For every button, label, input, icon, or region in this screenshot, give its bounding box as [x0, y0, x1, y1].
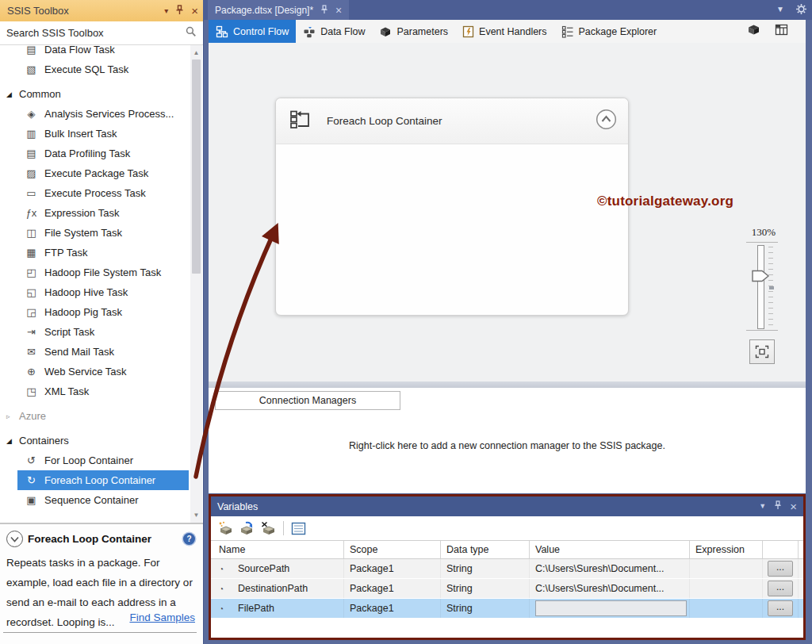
variable-scope[interactable]: Package1	[344, 599, 441, 618]
toolbox-item-execute-sql-task[interactable]: ▧Execute SQL Task	[0, 59, 203, 79]
connection-managers-pane[interactable]: Connection Managers Right-click here to …	[209, 388, 806, 493]
variable-data-type[interactable]: String	[441, 559, 530, 578]
value-edit-box[interactable]	[535, 600, 687, 616]
collapse-chevron-icon[interactable]	[6, 531, 23, 547]
zoom-slider-thumb[interactable]	[751, 269, 770, 286]
variable-row-destinationpath[interactable]: ◔DestinationPathPackage1StringC:\Users\S…	[211, 579, 803, 599]
column-header-value[interactable]: Value	[530, 541, 690, 558]
tab-parameters[interactable]: Parameters	[372, 20, 455, 43]
toolbox-item-xml-task[interactable]: ◳XML Task	[0, 381, 203, 401]
zoom-to-fit-button[interactable]	[749, 339, 775, 364]
variable-value[interactable]	[530, 599, 690, 618]
variable-data-type[interactable]: String	[441, 599, 530, 618]
toolbox-item-for-loop-container[interactable]: ↺For Loop Container	[0, 450, 203, 470]
scrollbar-thumb[interactable]	[192, 59, 201, 274]
toolbox-item-foreach-loop-container[interactable]: ↻Foreach Loop Container	[17, 470, 189, 490]
add-variable-icon[interactable]	[217, 521, 233, 535]
toolbox-item-web-service-task[interactable]: ⊕Web Service Task	[0, 362, 203, 381]
pin-icon[interactable]	[774, 500, 782, 512]
tab-label: Control Flow	[233, 26, 289, 37]
ellipsis-button[interactable]: ...	[768, 600, 793, 616]
column-header-expression[interactable]: Expression	[690, 541, 763, 558]
grid-options-icon[interactable]	[291, 522, 306, 535]
toolbox-item-hadoop-hive-task[interactable]: ◱Hadoop Hive Task	[0, 282, 203, 302]
container-header[interactable]: Foreach Loop Container	[276, 98, 628, 144]
window-menu-icon[interactable]: ▾	[164, 7, 168, 15]
variable-data-type[interactable]: String	[441, 579, 530, 598]
help-icon[interactable]: ?	[183, 533, 195, 545]
foreach-loop-icon	[289, 109, 312, 133]
toolbox-item-label: Hadoop Pig Task	[44, 306, 122, 318]
xml-task-icon: ◳	[24, 385, 39, 397]
zoom-slider-track[interactable]	[757, 245, 764, 329]
close-icon[interactable]: ×	[335, 5, 342, 16]
document-tab[interactable]: Package.dtsx [Design]* ×	[208, 0, 349, 20]
toolbox-item-label: Hadoop File System Task	[44, 266, 161, 278]
toolbox-item-hadoop-file-system-task[interactable]: ◰Hadoop File System Task	[0, 263, 203, 282]
variable-expression[interactable]	[690, 579, 763, 598]
variable-value[interactable]: C:\Users\Suresh\Document...	[530, 559, 690, 578]
search-icon[interactable]	[185, 25, 197, 40]
tab-control-flow[interactable]: Control Flow	[209, 20, 296, 43]
variable-scope[interactable]: Package1	[344, 559, 441, 578]
toolbox-item-hadoop-pig-task[interactable]: ◲Hadoop Pig Task	[0, 302, 203, 322]
pin-icon[interactable]	[320, 5, 328, 16]
find-samples-link[interactable]: Find Samples	[129, 611, 195, 623]
move-variable-icon[interactable]	[239, 521, 255, 535]
toolbox-group-containers[interactable]: ◢Containers	[0, 431, 203, 450]
variable-value[interactable]: C:\Users\Suresh\Document...	[530, 579, 690, 598]
delete-variable-icon[interactable]	[260, 521, 276, 535]
variable-row-filepath[interactable]: ◔FilePathPackage1String...	[211, 599, 803, 619]
zoom-100-marker	[769, 286, 774, 289]
toolbox-item-label: Expression Task	[44, 207, 119, 219]
close-icon[interactable]: ×	[790, 500, 797, 512]
tab-event-handlers[interactable]: Event Handlers	[455, 20, 553, 43]
toolbox-item-file-system-task[interactable]: ◫File System Task	[0, 223, 203, 243]
connection-managers-tab[interactable]: Connection Managers	[215, 391, 400, 410]
toolbox-item-expression-task[interactable]: ƒxExpression Task	[0, 203, 203, 223]
toolbox-item-ftp-task[interactable]: ▦FTP Task	[0, 243, 203, 263]
scroll-up-icon[interactable]: ▲	[190, 47, 202, 59]
column-header-scope[interactable]: Scope	[344, 541, 441, 558]
window-menu-icon[interactable]: ▼	[759, 503, 766, 510]
toolbox-group-common[interactable]: ◢Common	[0, 84, 203, 104]
gear-icon[interactable]	[795, 3, 807, 18]
toolbox-item-execute-process-task[interactable]: ▭Execute Process Task	[0, 183, 203, 203]
toolbox-group-azure[interactable]: ▹Azure	[0, 406, 203, 426]
toolbox-item-sequence-container[interactable]: ▣Sequence Container	[0, 490, 203, 510]
variable-row-sourcepath[interactable]: ◔SourcePathPackage1StringC:\Users\Suresh…	[211, 559, 803, 579]
pin-icon[interactable]	[175, 5, 184, 17]
collapse-chevron-up-icon[interactable]	[596, 109, 617, 133]
package-icon[interactable]	[747, 24, 760, 39]
variable-scope[interactable]: Package1	[344, 579, 441, 598]
column-header-name[interactable]: Name	[211, 541, 344, 558]
variable-expression[interactable]	[690, 599, 763, 618]
toolbox-item-bulk-insert-task[interactable]: ▥Bulk Insert Task	[0, 124, 203, 144]
horizontal-splitter[interactable]	[209, 381, 806, 388]
toolbox-scrollbar[interactable]: ▲ ▼	[190, 45, 202, 523]
toolbox-search-box[interactable]: Search SSIS Toolbox	[0, 21, 203, 45]
tab-list-dropdown-icon[interactable]: ▼	[776, 5, 784, 13]
toolbox-item-data-profiling-task[interactable]: ▤Data Profiling Task	[0, 144, 203, 163]
column-header-blank[interactable]	[763, 541, 799, 558]
variables-title: Variables	[217, 501, 759, 512]
toolbox-item-send-mail-task[interactable]: ✉Send Mail Task	[0, 342, 203, 362]
tab-data-flow[interactable]: Data Flow	[296, 20, 372, 43]
close-icon[interactable]: ×	[191, 5, 198, 17]
toolbox-item-label: XML Task	[44, 385, 89, 397]
for-loop-container-icon: ↺	[24, 454, 39, 466]
foreach-loop-container-shape[interactable]: Foreach Loop Container	[275, 98, 629, 316]
control-flow-design-surface[interactable]: Foreach Loop Container ©tutorialgateway.…	[209, 43, 806, 381]
ellipsis-button[interactable]: ...	[768, 581, 793, 596]
variable-expression[interactable]	[690, 559, 763, 578]
ellipsis-button[interactable]: ...	[768, 561, 793, 577]
column-header-data-type[interactable]: Data type	[441, 541, 530, 558]
toolbox-item-execute-package-task[interactable]: ▨Execute Package Task	[0, 163, 203, 183]
grid-icon[interactable]	[775, 24, 788, 39]
tab-package-explorer[interactable]: Package Explorer	[554, 20, 665, 43]
toolbox-item-analysis-services-process[interactable]: ◈Analysis Services Process...	[0, 104, 203, 124]
toolbox-item-data-flow-task[interactable]: ▤Data Flow Task	[0, 45, 203, 59]
toolbox-item-script-task[interactable]: ⇥Script Task	[0, 322, 203, 342]
search-input[interactable]: Search SSIS Toolbox	[6, 27, 185, 39]
scroll-down-icon[interactable]: ▼	[190, 509, 202, 521]
